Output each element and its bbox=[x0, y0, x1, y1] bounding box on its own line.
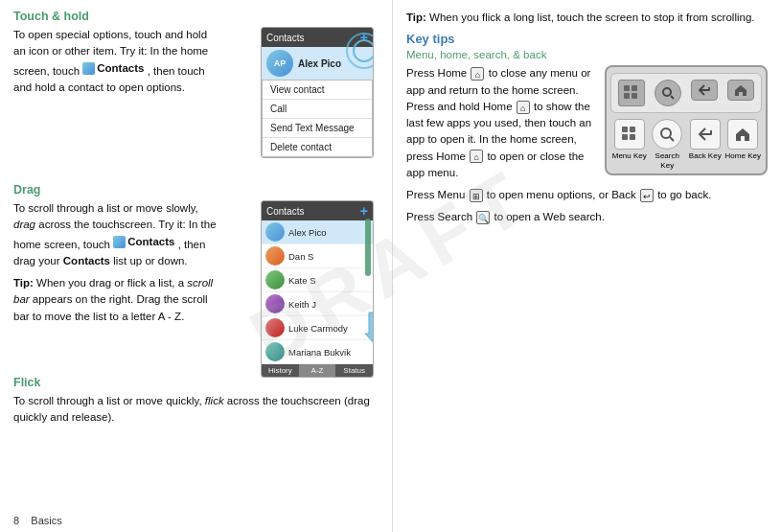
svg-point-11 bbox=[661, 128, 671, 138]
menu-key-label: Menu Key bbox=[611, 151, 648, 161]
list-item-1: Dan S bbox=[262, 244, 373, 268]
drag-heading: Drag bbox=[13, 183, 380, 197]
svg-line-12 bbox=[670, 137, 674, 141]
home-icon-inline-3: ⌂ bbox=[470, 150, 483, 163]
home-key-label: Home Key bbox=[724, 151, 761, 161]
search-key-label: Search Key bbox=[649, 151, 685, 170]
contacts-mockup-1: Contacts + AP Alex Pico bbox=[261, 27, 380, 168]
home-icon-inline-2: ⌂ bbox=[517, 101, 530, 114]
list-item-4: Luke Carmody bbox=[262, 316, 373, 340]
flick-para: To scroll through a list or move quickly… bbox=[13, 393, 380, 427]
drag-para: To scroll through a list or move slowly,… bbox=[13, 200, 219, 269]
svg-rect-1 bbox=[624, 85, 630, 91]
scroll-bar bbox=[365, 219, 371, 276]
key-tips-heading: Key tips bbox=[406, 32, 768, 46]
contacts-header-2: Contacts + bbox=[262, 201, 373, 220]
home-icon-inline-1: ⌂ bbox=[471, 67, 484, 81]
menu-call: Call bbox=[263, 100, 372, 119]
touch-hold-text: To open special options, touch and hold … bbox=[13, 27, 219, 96]
key-tips-para2: Press Menu ⊞ to open menu options, or Ba… bbox=[406, 187, 768, 203]
back-icon-inline: ↩ bbox=[640, 189, 654, 202]
svg-rect-7 bbox=[622, 127, 628, 132]
menu-view-contact: View contact bbox=[263, 81, 372, 100]
svg-line-6 bbox=[671, 96, 674, 99]
contacts-mockup-2: Contacts + Alex Pico Dan S bbox=[261, 200, 380, 378]
page-footer: 8 Basics bbox=[13, 515, 62, 526]
contact-name-list-5: Mariana Bukvik bbox=[288, 347, 351, 358]
contact-avatar: AP bbox=[266, 50, 293, 77]
tab-history: History bbox=[262, 364, 299, 377]
key-tips-subheading: Menu, home, search, & back bbox=[406, 49, 768, 60]
svg-marker-0 bbox=[365, 312, 374, 345]
flick-section: Flick To scroll through a list or move q… bbox=[13, 376, 380, 427]
list-item-3: Keith J bbox=[262, 292, 373, 316]
svg-rect-4 bbox=[632, 93, 637, 99]
contact-name-list-2: Kate S bbox=[288, 275, 316, 286]
key-tips-para3: Press Search 🔍 to open a Web search. bbox=[406, 209, 768, 225]
top-tip-para: Tip: When you flick a long list, touch t… bbox=[406, 10, 768, 26]
contact-name-list-1: Dan S bbox=[288, 251, 313, 262]
list-item-0: Alex Pico bbox=[262, 220, 373, 244]
list-item-5: Mariana Bukvik bbox=[262, 340, 373, 364]
tap-indicator bbox=[346, 33, 374, 73]
contacts-tabs: History A-Z Status bbox=[262, 364, 373, 377]
right-column: Tip: When you flick a long list, touch t… bbox=[393, 0, 781, 532]
list-item-2: Kate S bbox=[262, 268, 373, 292]
back-key-label: Back Key bbox=[687, 151, 724, 161]
drag-finger-indicator bbox=[361, 311, 374, 350]
search-icon-inline: 🔍 bbox=[476, 211, 490, 224]
svg-rect-3 bbox=[624, 93, 630, 99]
drag-text: To scroll through a list or move slowly,… bbox=[13, 200, 219, 325]
top-tip-label: Tip: bbox=[406, 12, 426, 23]
keys-diagram: Menu Key Search Key bbox=[605, 65, 768, 175]
tab-az: A-Z bbox=[299, 364, 336, 377]
page-container: DRAFT Touch & hold To open special optio… bbox=[0, 0, 781, 532]
touch-hold-heading: Touch & hold bbox=[13, 10, 380, 23]
menu-send-text: Send Text Message bbox=[263, 119, 372, 138]
contact-name-list-4: Luke Carmody bbox=[288, 323, 348, 334]
svg-rect-2 bbox=[632, 85, 637, 91]
menu-delete-contact: Delete contact bbox=[263, 138, 372, 156]
drag-section: Drag To scroll through a list or move sl… bbox=[13, 183, 380, 368]
svg-rect-10 bbox=[630, 134, 635, 140]
contact-name-list-3: Keith J bbox=[288, 299, 316, 310]
context-menu: View contact Call Send Text Message Dele… bbox=[262, 80, 373, 157]
flick-heading: Flick bbox=[13, 376, 380, 389]
drag-tip-para: Tip: When you drag or flick a list, a sc… bbox=[13, 275, 219, 325]
svg-rect-8 bbox=[630, 127, 635, 132]
tab-status: Status bbox=[335, 364, 373, 377]
touch-hold-para: To open special options, touch and hold … bbox=[13, 27, 219, 96]
contact-name-list-0: Alex Pico bbox=[288, 227, 327, 238]
svg-point-5 bbox=[663, 88, 671, 96]
svg-rect-9 bbox=[622, 134, 628, 140]
contact-name-1: Alex Pico bbox=[298, 58, 341, 69]
left-column: Touch & hold To open special options, to… bbox=[0, 0, 393, 532]
menu-icon-inline: ⊞ bbox=[470, 189, 483, 202]
top-tip-text: When you flick a long list, touch the sc… bbox=[429, 12, 754, 23]
touch-hold-section: Touch & hold To open special options, to… bbox=[13, 10, 380, 175]
